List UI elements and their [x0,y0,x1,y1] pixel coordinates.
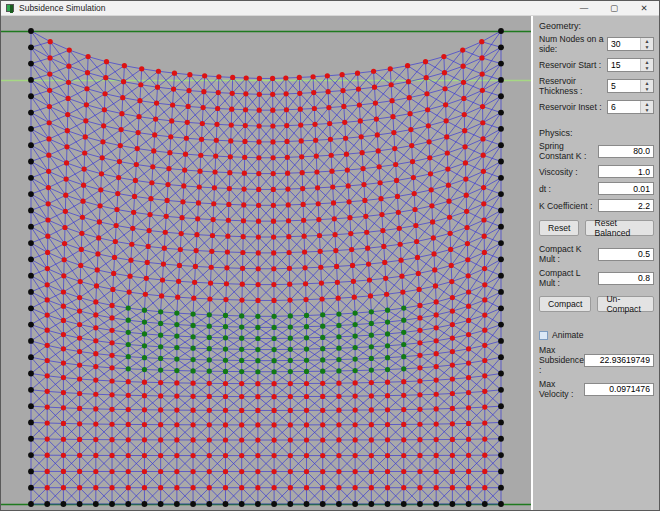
max-subsidence-output [584,354,654,367]
geometry-heading: Geometry: [539,21,654,31]
dt-label: dt : [539,184,598,194]
maximize-button[interactable]: ▢ [599,1,629,15]
close-button[interactable]: ✕ [629,1,659,15]
reservoir-inset-spinbox[interactable]: ▲▼ [607,100,654,114]
reservoir-inset-row: Reservoir Inset : ▲▼ [539,100,654,114]
reservoir-thickness-input[interactable] [608,80,640,92]
uncompact-button[interactable]: Un-Compact [597,296,654,312]
simulation-viewport [1,16,531,510]
viscosity-input[interactable] [598,165,654,178]
app-window: Subsidence Simulation — ▢ ✕ Geometry: Nu… [0,0,660,511]
compact-k-mult-label: Compact K Mult : [539,244,598,264]
viscosity-label: Viscosity : [539,167,598,177]
reservoir-start-input[interactable] [608,59,640,71]
reset-balanced-button[interactable]: Reset Balanced [585,220,653,236]
k-coefficient-label: K Coefficient : [539,201,598,211]
spin-down-icon[interactable]: ▼ [641,44,653,50]
minimize-button[interactable]: — [569,1,599,15]
compact-button[interactable]: Compact [539,296,591,312]
reservoir-start-spinbox[interactable]: ▲▼ [607,58,654,72]
max-subsidence-row: Max Subsidence : [539,345,654,375]
spring-constant-row: Spring Constant K : [539,141,654,161]
compact-l-mult-row: Compact L Mult : [539,268,654,288]
simulation-canvas[interactable] [1,16,531,510]
reservoir-thickness-row: Reservoir Thickness : ▲▼ [539,76,654,96]
dt-row: dt : [539,182,654,195]
reset-button[interactable]: Reset [539,220,579,236]
app-icon [6,4,14,12]
spring-constant-input[interactable] [598,145,654,158]
spring-constant-label: Spring Constant K : [539,141,598,161]
reservoir-start-row: Reservoir Start : ▲▼ [539,58,654,72]
compact-k-mult-input[interactable] [598,248,654,261]
num-nodes-row: Num Nodes on a side: ▲▼ [539,34,654,54]
animate-row: Animate [539,330,654,340]
title-bar[interactable]: Subsidence Simulation — ▢ ✕ [1,1,659,16]
viscosity-row: Viscosity : [539,165,654,178]
compact-l-mult-input[interactable] [598,272,654,285]
reservoir-thickness-spinbox[interactable]: ▲▼ [607,79,654,93]
max-velocity-label: Max Velocity : [539,379,584,399]
k-coefficient-row: K Coefficient : [539,199,654,212]
window-title: Subsidence Simulation [19,3,569,13]
reservoir-inset-input[interactable] [608,101,640,113]
num-nodes-label: Num Nodes on a side: [539,34,607,54]
compact-k-mult-row: Compact K Mult : [539,244,654,264]
max-velocity-row: Max Velocity : [539,379,654,399]
max-velocity-output [584,383,654,396]
max-subsidence-label: Max Subsidence : [539,345,584,375]
animate-label: Animate [552,330,584,340]
dt-input[interactable] [598,182,654,195]
physics-heading: Physics: [539,128,654,138]
animate-checkbox[interactable] [539,331,548,340]
spin-down-icon[interactable]: ▼ [641,107,653,113]
control-panel: Geometry: Num Nodes on a side: ▲▼ Reserv… [531,16,660,510]
reservoir-inset-label: Reservoir Inset : [539,102,607,112]
reservoir-thickness-label: Reservoir Thickness : [539,76,607,96]
num-nodes-spinbox[interactable]: ▲▼ [607,37,654,51]
compact-l-mult-label: Compact L Mult : [539,268,598,288]
spin-down-icon[interactable]: ▼ [641,86,653,92]
spin-down-icon[interactable]: ▼ [641,65,653,71]
num-nodes-input[interactable] [608,38,640,50]
k-coefficient-input[interactable] [598,199,654,212]
reservoir-start-label: Reservoir Start : [539,60,607,70]
